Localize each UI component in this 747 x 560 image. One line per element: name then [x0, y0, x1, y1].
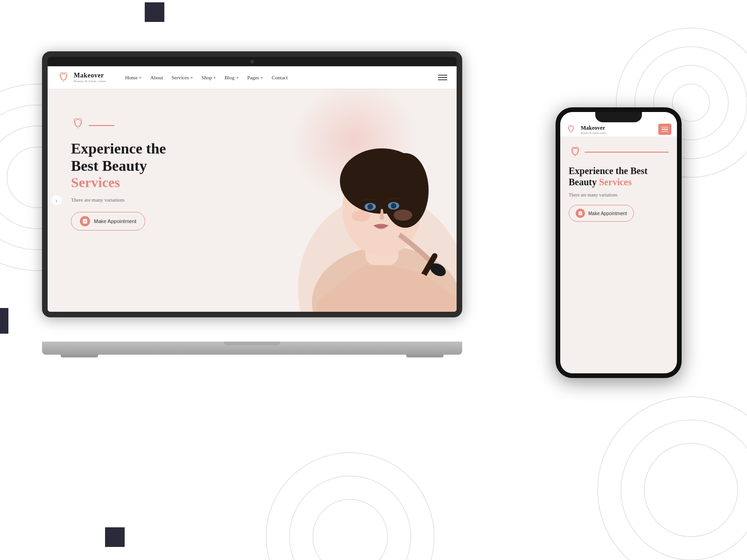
- nav-item-about[interactable]: About: [150, 75, 163, 80]
- phone-device: Makeover Beauty & Salon center: [556, 107, 682, 378]
- cta-icon-circle: [80, 216, 90, 226]
- laptop-notch: [224, 342, 280, 345]
- phone-outer: Makeover Beauty & Salon center: [556, 107, 682, 378]
- phone-subtitle: Beauty & Salon center: [581, 132, 606, 134]
- phone-logo-lotus-icon: [566, 124, 576, 134]
- logo-subtitle: Beauty & Salon center: [74, 79, 106, 83]
- svg-point-11: [598, 397, 747, 560]
- svg-point-25: [394, 210, 412, 221]
- hero-subtext: There are many variations: [71, 197, 248, 203]
- svg-point-22: [367, 204, 373, 210]
- nav-item-services[interactable]: Services +: [171, 75, 193, 80]
- phone-hero-section: Experience the Best Beauty Services Ther…: [560, 136, 677, 373]
- decoration-square-1: [145, 2, 164, 22]
- phone-cta-button[interactable]: Make Appointment: [569, 205, 634, 222]
- logo-lotus-icon: [57, 71, 70, 84]
- laptop-screen: Makeover Beauty & Salon center Home + Ab…: [42, 51, 462, 317]
- hero-woman-image: [279, 125, 457, 312]
- phone-lotus-row: [569, 146, 669, 159]
- phone-cart-icon: [578, 211, 583, 216]
- laptop-foot-right: [406, 355, 444, 357]
- woman-portrait-svg: [279, 125, 457, 312]
- laptop-device: Makeover Beauty & Salon center Home + Ab…: [42, 51, 462, 355]
- hero-divider-line: [89, 125, 114, 126]
- decoration-square-2: [0, 308, 8, 334]
- cart-icon: [82, 218, 88, 224]
- laptop-nav-menu: Home + About Services + Shop + Blog + Pa…: [125, 75, 438, 80]
- laptop-camera: [250, 60, 254, 63]
- phone-logo: Makeover Beauty & Salon center: [566, 124, 606, 134]
- nav-item-blog[interactable]: Blog +: [225, 75, 239, 80]
- decoration-square-4: [105, 527, 125, 547]
- phone-accent-word: Services: [599, 177, 632, 187]
- svg-point-23: [391, 203, 396, 209]
- nav-item-pages[interactable]: Pages +: [247, 75, 263, 80]
- phone-cta-icon: [576, 209, 585, 218]
- laptop-logo: Makeover Beauty & Salon center: [57, 71, 106, 84]
- hero-text-area: Experience the Best Beauty Services Ther…: [71, 117, 248, 231]
- phone-hero-subtext: There are many variations: [569, 192, 669, 197]
- logo-text: Makeover Beauty & Salon center: [74, 72, 106, 83]
- svg-point-12: [621, 420, 747, 560]
- phone-cta-label: Make Appointment: [588, 211, 627, 216]
- phone-screen: Makeover Beauty & Salon center: [560, 112, 677, 373]
- laptop-foot-left: [61, 355, 98, 357]
- phone-hero-heading: Experience the Best Beauty Services: [569, 165, 669, 188]
- hero-lotus-icon: [71, 117, 85, 131]
- svg-point-9: [289, 476, 411, 560]
- svg-point-10: [313, 499, 388, 560]
- logo-brand: Makeover: [74, 72, 106, 79]
- laptop-base: [42, 342, 462, 355]
- nav-item-home[interactable]: Home +: [125, 75, 142, 80]
- hero-prev-arrow[interactable]: ‹: [51, 195, 62, 205]
- hamburger-lines: [662, 127, 668, 132]
- cta-label: Make Appointment: [94, 218, 136, 224]
- hero-accent-word: Services: [71, 175, 248, 190]
- svg-point-13: [644, 443, 738, 537]
- svg-point-8: [266, 453, 434, 560]
- hero-heading: Experience the Best Beauty: [71, 140, 248, 175]
- phone-notch: [595, 112, 642, 122]
- svg-point-24: [352, 210, 370, 222]
- laptop-cta-button[interactable]: Make Appointment: [71, 212, 145, 231]
- phone-hero-lotus-icon: [569, 146, 582, 159]
- phone-hero-divider: [585, 152, 669, 153]
- laptop-hero-section: ‹ Exper: [48, 89, 457, 312]
- laptop-screen-content: Makeover Beauty & Salon center Home + Ab…: [48, 66, 457, 312]
- laptop-hamburger-button[interactable]: [438, 75, 447, 80]
- nav-item-shop[interactable]: Shop +: [201, 75, 216, 80]
- nav-item-contact[interactable]: Contact: [272, 75, 288, 80]
- laptop-navbar: Makeover Beauty & Salon center Home + Ab…: [48, 66, 457, 89]
- phone-hamburger-button[interactable]: [658, 124, 671, 135]
- phone-brand: Makeover: [581, 125, 606, 132]
